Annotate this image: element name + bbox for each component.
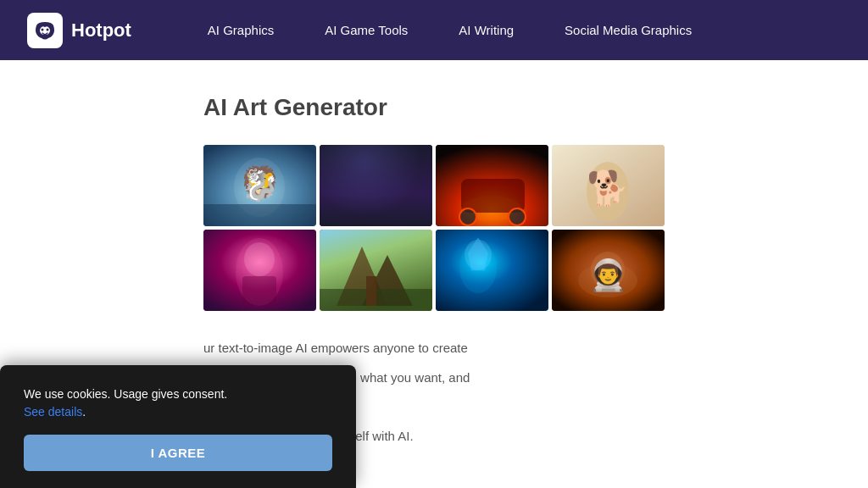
gallery-image-3[interactable] [436,145,548,226]
svg-text:🦁: 🦁 [240,164,281,202]
cookie-details-link[interactable]: See details [24,405,82,419]
svg-rect-13 [461,179,525,213]
gallery-image-4[interactable]: 🐕 [552,145,665,226]
page-title: AI Art Generator [203,94,868,121]
svg-rect-28 [366,276,376,306]
description-line-1: ur text-to-image AI empowers anyone to c… [203,338,678,359]
svg-rect-23 [242,276,276,306]
logo-text: Hotpot [71,19,131,42]
nav-item-social-media-graphics[interactable]: Social Media Graphics [539,0,717,60]
svg-point-14 [459,208,476,225]
logo-icon [27,13,63,48]
nav-item-ai-game-tools[interactable]: AI Game Tools [299,0,433,60]
cookie-text: We use cookies. Usage gives consent. See… [24,385,332,421]
svg-text:👨‍🚀: 👨‍🚀 [589,257,627,293]
gallery-image-6[interactable] [320,230,432,311]
svg-line-10 [387,162,404,213]
svg-point-8 [363,149,388,175]
gallery-image-2[interactable] [320,145,432,226]
svg-point-0 [42,28,44,30]
svg-rect-5 [203,204,316,226]
cookie-banner: We use cookies. Usage gives consent. See… [0,365,356,488]
logo-link[interactable]: Hotpot [27,13,131,48]
gallery-image-8[interactable]: 👨‍🚀 [552,230,665,311]
svg-point-1 [47,28,49,30]
gallery-image-7[interactable] [436,230,548,311]
art-gallery-grid: 🦁 [203,145,868,311]
svg-point-15 [509,208,526,225]
nav-links: AI Graphics AI Game Tools AI Writing Soc… [182,0,717,60]
cookie-agree-button[interactable]: I AGREE [24,435,332,471]
svg-point-22 [244,242,275,276]
cookie-period: . [82,405,86,419]
svg-rect-6 [320,145,432,226]
svg-point-7 [359,145,392,213]
navbar: Hotpot AI Graphics AI Game Tools AI Writ… [0,0,868,60]
svg-text:🐕: 🐕 [587,168,629,208]
gallery-image-1[interactable]: 🦁 [203,145,316,226]
nav-item-ai-graphics[interactable]: AI Graphics [182,0,299,60]
cookie-message: We use cookies. Usage gives consent. [24,387,227,401]
nav-item-ai-writing[interactable]: AI Writing [433,0,539,60]
svg-line-9 [345,162,362,213]
gallery-image-5[interactable] [203,230,316,311]
